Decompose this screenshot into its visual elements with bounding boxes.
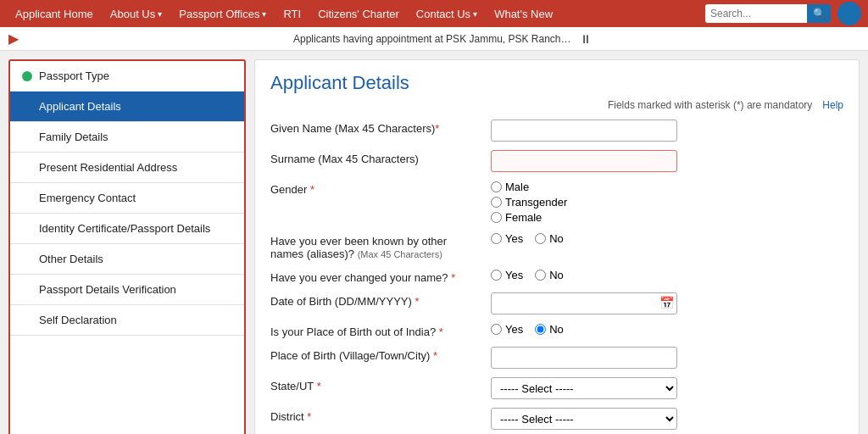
place-out-india-no-label: No bbox=[549, 323, 564, 336]
dob-row: Date of Birth (DD/MM/YYYY) * 📅 bbox=[270, 292, 843, 314]
sidebar-label-other-details: Other Details bbox=[39, 253, 103, 265]
pause-icon[interactable]: ⏸ bbox=[580, 32, 860, 46]
state-ut-required: * bbox=[317, 380, 321, 392]
given-name-label: Given Name (Max 45 Characters)* bbox=[270, 120, 482, 135]
given-name-side-note bbox=[681, 120, 816, 130]
sidebar-item-passport-type[interactable]: Passport Type bbox=[10, 61, 244, 92]
name-changed-required: * bbox=[451, 271, 455, 284]
search-area: 🔍 bbox=[705, 4, 831, 23]
nav-applicant-home[interactable]: Applicant Home bbox=[7, 0, 102, 27]
place-birth-row: Place of Birth (Village/Town/City) * bbox=[270, 347, 843, 369]
gender-transgender-label: Transgender bbox=[505, 196, 567, 209]
surname-input[interactable] bbox=[491, 150, 677, 172]
search-button[interactable]: 🔍 bbox=[807, 4, 831, 23]
place-out-india-yes-radio[interactable] bbox=[491, 324, 502, 335]
gender-transgender-radio[interactable] bbox=[491, 197, 502, 208]
ticker-arrow-icon: ▶ bbox=[8, 31, 288, 47]
gender-label: Gender * bbox=[270, 181, 482, 196]
search-icon: 🔍 bbox=[813, 8, 826, 19]
sidebar-label-present-residential: Present Residential Address bbox=[39, 161, 177, 174]
dob-wrapper: 📅 bbox=[491, 292, 677, 314]
state-ut-control: ----- Select ----- bbox=[491, 377, 843, 399]
name-changed-row: Have you ever changed your name? * Yes N… bbox=[270, 269, 843, 284]
passport-offices-chevron-icon: ▾ bbox=[262, 9, 266, 19]
sidebar: Passport Type Applicant Details Family D… bbox=[8, 59, 246, 434]
place-birth-label: Place of Birth (Village/Town/City) * bbox=[270, 347, 482, 362]
state-ut-select[interactable]: ----- Select ----- bbox=[491, 377, 677, 399]
nav-whats-new[interactable]: What's New bbox=[486, 0, 561, 27]
nav-passport-offices[interactable]: Passport Offices ▾ bbox=[170, 0, 275, 27]
nav-rti[interactable]: RTI bbox=[275, 0, 309, 27]
sidebar-label-applicant-details: Applicant Details bbox=[39, 100, 121, 113]
nav-citizens-charter[interactable]: Citizens' Charter bbox=[309, 0, 408, 27]
aliases-control: Yes No bbox=[491, 232, 843, 245]
sidebar-label-passport-type: Passport Type bbox=[39, 70, 109, 82]
form-area: Applicant Details Fields marked with ast… bbox=[254, 59, 860, 434]
mandatory-note: Fields marked with asterisk (*) are mand… bbox=[608, 99, 812, 111]
given-name-required: * bbox=[435, 122, 439, 135]
district-required: * bbox=[307, 410, 311, 423]
sidebar-item-passport-verification[interactable]: Passport Details Verification bbox=[10, 275, 244, 305]
state-ut-row: State/UT * ----- Select ----- bbox=[270, 377, 843, 399]
state-ut-label: State/UT * bbox=[270, 377, 482, 392]
aliases-no-radio[interactable] bbox=[535, 233, 546, 244]
sidebar-item-other-details[interactable]: Other Details bbox=[10, 244, 244, 275]
nav-about-us[interactable]: About Us ▾ bbox=[102, 0, 170, 27]
district-control: ----- Select ----- bbox=[491, 408, 843, 430]
place-out-india-no-radio[interactable] bbox=[535, 324, 546, 335]
contact-us-chevron-icon: ▾ bbox=[473, 9, 477, 19]
gender-male-label: Male bbox=[505, 181, 529, 193]
gender-transgender-option[interactable]: Transgender bbox=[491, 196, 567, 209]
place-out-india-required: * bbox=[439, 326, 443, 338]
place-out-india-label: Is your Place of Birth out of India? * bbox=[270, 323, 482, 338]
given-name-row: Given Name (Max 45 Characters)* bbox=[270, 120, 843, 142]
ticker-bar: ▶ Applicants having appointment at PSK J… bbox=[0, 27, 868, 51]
dob-control: 📅 bbox=[491, 292, 843, 314]
sidebar-item-identity-certificate[interactable]: Identity Certificate/Passport Details bbox=[10, 214, 244, 244]
sidebar-item-emergency-contact[interactable]: Emergency Contact bbox=[10, 183, 244, 214]
name-changed-no-label: No bbox=[549, 269, 564, 281]
gender-male-option[interactable]: Male bbox=[491, 181, 567, 193]
name-changed-label: Have you ever changed your name? * bbox=[270, 269, 482, 284]
gender-female-option[interactable]: Female bbox=[491, 211, 567, 224]
dob-input[interactable] bbox=[491, 292, 677, 314]
gender-row: Gender * Male Transgender Female bbox=[270, 181, 843, 224]
gender-female-radio[interactable] bbox=[491, 212, 502, 223]
aliases-no-option[interactable]: No bbox=[535, 232, 564, 245]
dob-required: * bbox=[415, 295, 420, 308]
gender-female-label: Female bbox=[505, 211, 542, 224]
name-changed-no-radio[interactable] bbox=[535, 270, 546, 281]
aliases-yes-option[interactable]: Yes bbox=[491, 232, 523, 245]
navbar: Applicant Home About Us ▾ Passport Offic… bbox=[0, 0, 868, 27]
name-changed-yes-option[interactable]: Yes bbox=[491, 269, 523, 281]
help-link[interactable]: Help bbox=[822, 99, 843, 111]
surname-row: Surname (Max 45 Characters) bbox=[270, 150, 843, 172]
sidebar-item-self-declaration[interactable]: Self Declaration bbox=[10, 305, 244, 336]
place-out-india-control: Yes No bbox=[491, 323, 843, 336]
given-name-input[interactable] bbox=[491, 120, 677, 142]
sidebar-label-identity-certificate: Identity Certificate/Passport Details bbox=[39, 222, 210, 235]
place-birth-required: * bbox=[433, 349, 437, 362]
sidebar-item-family-details[interactable]: Family Details bbox=[10, 122, 244, 153]
sidebar-item-present-residential[interactable]: Present Residential Address bbox=[10, 153, 244, 183]
surname-label: Surname (Max 45 Characters) bbox=[270, 150, 482, 165]
surname-control bbox=[491, 150, 843, 172]
sidebar-item-applicant-details[interactable]: Applicant Details bbox=[10, 92, 244, 122]
form-meta: Fields marked with asterisk (*) are mand… bbox=[270, 99, 843, 111]
district-select[interactable]: ----- Select ----- bbox=[491, 408, 677, 430]
gender-control: Male Transgender Female bbox=[491, 181, 843, 224]
place-out-india-no-option[interactable]: No bbox=[535, 323, 564, 336]
place-out-india-row: Is your Place of Birth out of India? * Y… bbox=[270, 323, 843, 338]
aliases-yes-radio[interactable] bbox=[491, 233, 502, 244]
name-changed-no-option[interactable]: No bbox=[535, 269, 564, 281]
search-input[interactable] bbox=[705, 4, 807, 23]
user-avatar[interactable] bbox=[837, 2, 861, 25]
place-birth-input[interactable] bbox=[491, 347, 677, 369]
district-row: District * ----- Select ----- bbox=[270, 408, 843, 430]
place-out-india-yes-option[interactable]: Yes bbox=[491, 323, 523, 336]
aliases-no-label: No bbox=[549, 232, 564, 245]
gender-male-radio[interactable] bbox=[491, 181, 502, 192]
name-changed-yes-radio[interactable] bbox=[491, 270, 502, 281]
sidebar-label-family-details: Family Details bbox=[39, 131, 108, 143]
nav-contact-us[interactable]: Contact Us ▾ bbox=[408, 0, 486, 27]
